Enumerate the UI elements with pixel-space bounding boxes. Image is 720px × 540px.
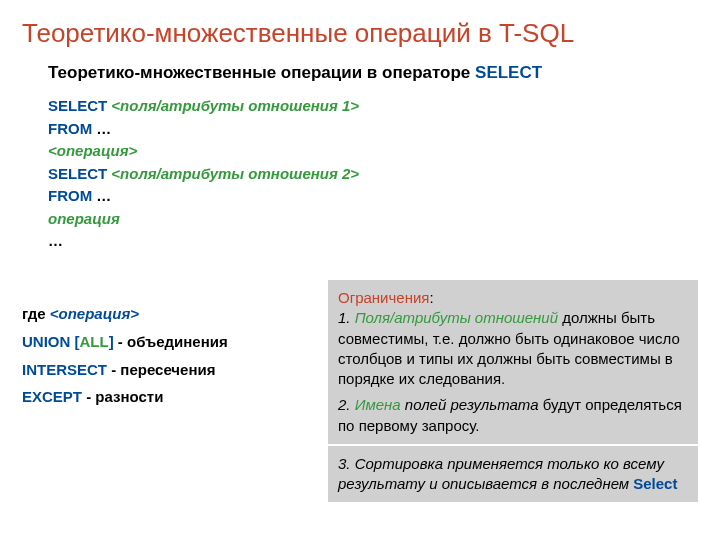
except-desc: - разности [86, 388, 163, 405]
kw-select-2: SELECT [48, 165, 111, 182]
kw-union: UNION [22, 333, 75, 350]
c3-select: Select [633, 475, 677, 492]
constraints-panel: Ограничения: 1. Поля/атрибуты отношений … [328, 280, 698, 508]
fields-1: <поля/атрибуты отношения 1> [111, 97, 359, 114]
slide-subtitle: Теоретико-множественные операции в опера… [0, 49, 720, 83]
kw-from-2: FROM [48, 187, 96, 204]
intersect-desc: - пересечения [111, 361, 215, 378]
c2-num: 2. [338, 396, 355, 413]
constraints-colon: : [429, 289, 433, 306]
kw-intersect: INTERSECT [22, 361, 111, 378]
where-head: где [22, 305, 50, 322]
kw-select-1: SELECT [48, 97, 111, 114]
operations-legend: где <операция> UNION [ALL] - объединения… [22, 300, 322, 411]
constraints-box-1: Ограничения: 1. Поля/атрибуты отношений … [328, 280, 698, 444]
c2-mid: полей результата [401, 396, 539, 413]
c3-text: 3. Сортировка применяется только ко всем… [338, 455, 664, 492]
syntax-block: SELECT <поля/атрибуты отношения 1> FROM … [0, 83, 720, 253]
subtitle-text: Теоретико-множественные операции в опера… [48, 63, 475, 82]
constraints-title: Ограничения [338, 289, 429, 306]
kw-all: ALL [80, 333, 109, 350]
where-op: <операция> [50, 305, 139, 322]
kw-from-1: FROM [48, 120, 96, 137]
dots-2: … [96, 187, 111, 204]
fields-2: <поля/атрибуты отношения 2> [111, 165, 359, 182]
c1-highlight: Поля/атрибуты отношений [355, 309, 558, 326]
c1-num: 1. [338, 309, 355, 326]
dots-1: … [96, 120, 111, 137]
subtitle-keyword: SELECT [475, 63, 542, 82]
c2-highlight: Имена [355, 396, 401, 413]
dots-3: … [48, 232, 63, 249]
constraints-box-2: 3. Сортировка применяется только ко всем… [328, 446, 698, 503]
slide-title: Теоретико-множественные операций в T-SQL [0, 0, 720, 49]
operation-word: операция [48, 210, 120, 227]
union-desc: - объединения [114, 333, 228, 350]
kw-except: EXCEPT [22, 388, 86, 405]
operation-tag: <операция> [48, 142, 137, 159]
